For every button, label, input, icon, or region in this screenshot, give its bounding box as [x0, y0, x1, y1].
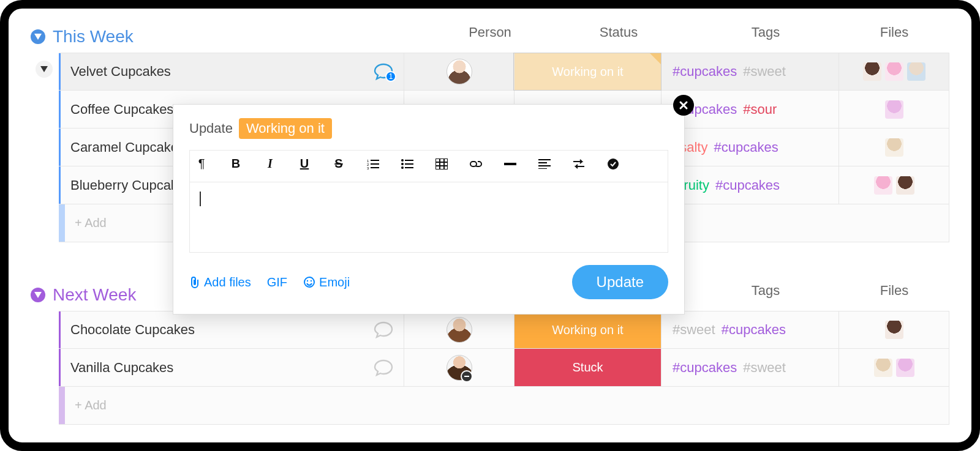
tag[interactable]: #sweet [743, 360, 786, 376]
cell-tags[interactable]: #sweet #cupcakes [661, 311, 839, 348]
update-text-editor[interactable] [189, 182, 668, 253]
svg-rect-22 [504, 163, 516, 165]
status-cell[interactable]: Working on it [514, 311, 661, 348]
italic-icon[interactable]: I [263, 157, 277, 171]
link-icon[interactable] [469, 158, 483, 170]
file-thumbnail[interactable] [885, 100, 903, 119]
table-icon[interactable] [435, 158, 448, 170]
cell-files[interactable] [839, 166, 949, 204]
update-button[interactable]: Update [572, 265, 668, 299]
tag[interactable]: #sour [743, 102, 777, 117]
row-toggle-icon[interactable] [36, 61, 53, 78]
cell-files[interactable] [839, 91, 949, 128]
svg-rect-23 [538, 159, 551, 160]
file-thumbnail[interactable] [885, 62, 903, 81]
collapse-icon[interactable] [31, 288, 45, 302]
underline-icon[interactable]: U [298, 157, 311, 171]
popover-footer: Add files GIF Emoji Update [189, 265, 668, 299]
tag[interactable]: #cupcakes [722, 322, 786, 338]
tag[interactable]: #cupcakes [715, 177, 780, 193]
cell-tags[interactable]: #salty #cupcakes [661, 129, 839, 166]
ordered-list-icon[interactable]: 123 [366, 158, 380, 170]
rows-next-week: Chocolate Cupcakes Working on it #sweet … [59, 311, 949, 425]
svg-marker-1 [40, 66, 48, 72]
svg-rect-25 [538, 165, 551, 166]
svg-text:3: 3 [367, 166, 369, 170]
checklist-icon[interactable] [606, 158, 620, 170]
cell-name[interactable]: Vanilla Cupcakes [61, 359, 404, 377]
cell-files[interactable] [839, 129, 949, 166]
cell-name[interactable]: Velvet Cupcakes 1 [61, 62, 404, 81]
chat-count-badge: 1 [385, 71, 396, 82]
item-name: Coffee Cupcakes [70, 102, 173, 117]
cell-tags[interactable]: #fruity #cupcakes [661, 166, 839, 204]
group-title: This Week [53, 27, 134, 47]
add-files-button[interactable]: Add files [189, 275, 251, 289]
cell-name[interactable]: Chocolate Cupcakes [61, 321, 404, 339]
column-header-files: Files [839, 283, 949, 299]
chat-icon[interactable] [373, 359, 394, 377]
file-thumbnail[interactable] [896, 176, 914, 195]
unordered-list-icon[interactable] [401, 158, 414, 170]
close-icon[interactable] [673, 95, 694, 116]
cell-person[interactable] [404, 311, 514, 348]
table-row[interactable]: Chocolate Cupcakes Working on it #sweet … [59, 311, 949, 349]
svg-rect-8 [371, 163, 379, 165]
emoji-label: Emoji [319, 275, 350, 289]
chat-icon[interactable] [373, 321, 394, 339]
tag[interactable]: #cupcakes [673, 64, 737, 80]
status-label: Working on it [552, 65, 623, 79]
file-thumbnail[interactable] [863, 62, 881, 81]
collapse-icon[interactable] [31, 29, 45, 44]
board-container: Person Status Tags Files This Week Velve… [0, 0, 980, 451]
add-row[interactable]: + Add [59, 387, 949, 425]
popover-title-prefix: Update [189, 121, 233, 136]
table-row[interactable]: Vanilla Cupcakes Stuck #cupcakes #s [59, 349, 949, 387]
tag[interactable]: #sweet [743, 64, 786, 80]
file-thumbnail[interactable] [874, 176, 892, 195]
paragraph-icon[interactable]: ¶ [195, 157, 208, 171]
chat-icon[interactable]: 1 [373, 62, 394, 81]
item-name: Vanilla Cupcakes [70, 360, 173, 376]
horizontal-rule-icon[interactable] [503, 163, 517, 165]
row-accent [59, 387, 65, 424]
add-files-label: Add files [204, 275, 251, 289]
file-thumbnail[interactable] [885, 321, 903, 339]
cell-files[interactable] [839, 53, 949, 90]
status-cell[interactable]: Stuck [514, 349, 661, 386]
direction-icon[interactable] [572, 159, 586, 169]
cell-person[interactable] [404, 349, 514, 386]
svg-point-13 [401, 163, 404, 165]
file-thumbnail[interactable] [896, 359, 914, 377]
update-popover: Update Working on it ¶ B I U S 123 [173, 104, 685, 315]
svg-marker-0 [34, 34, 42, 40]
table-row[interactable]: Velvet Cupcakes 1 Working on it #cupcake… [59, 53, 949, 91]
bold-icon[interactable]: B [229, 157, 243, 171]
file-thumbnail[interactable] [885, 138, 903, 157]
strike-icon[interactable]: S [332, 157, 345, 171]
gif-button[interactable]: GIF [267, 275, 287, 289]
item-name: Chocolate Cupcakes [70, 322, 195, 338]
columns-header: Person Status Tags Files [435, 24, 949, 40]
tag[interactable]: #cupcakes [673, 360, 737, 376]
cell-person[interactable] [404, 53, 514, 90]
cell-tags[interactable]: #cupcakes #sweet [661, 349, 839, 386]
tag[interactable]: #cupcakes [714, 140, 778, 155]
column-header-person: Person [435, 24, 545, 40]
paperclip-icon [189, 276, 200, 288]
cell-files[interactable] [839, 311, 949, 348]
file-thumbnail[interactable] [907, 62, 925, 81]
svg-rect-14 [405, 163, 413, 165]
align-icon[interactable] [538, 159, 551, 169]
item-name: Caramel Cupcakes [70, 140, 185, 155]
avatar [447, 317, 472, 343]
svg-rect-4 [464, 376, 469, 377]
status-cell[interactable]: Working on it [514, 53, 661, 90]
svg-point-15 [401, 166, 404, 169]
cell-tags[interactable]: #cupcakes #sweet [661, 53, 839, 90]
file-thumbnail[interactable] [874, 359, 892, 377]
cell-files[interactable] [839, 349, 949, 386]
tag[interactable]: #sweet [673, 322, 715, 338]
do-not-disturb-icon [461, 370, 473, 382]
emoji-button[interactable]: Emoji [303, 275, 350, 289]
